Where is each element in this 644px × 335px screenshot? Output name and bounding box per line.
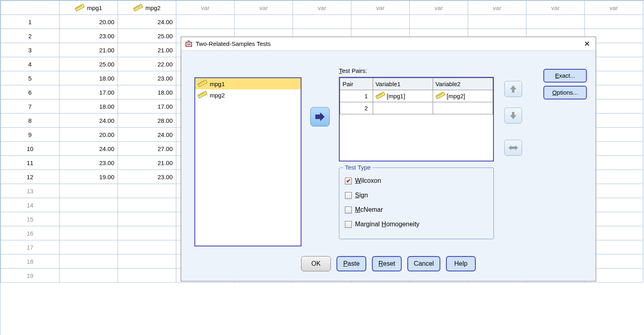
data-cell[interactable] [118,226,176,240]
data-cell[interactable]: 21.00 [118,43,176,57]
dialog-titlebar[interactable]: Two-Related-Samples Tests ✕ [181,37,596,51]
cancel-button[interactable]: Cancel [407,256,440,271]
data-cell[interactable] [118,184,176,198]
column-header-empty[interactable]: var [410,1,468,15]
data-cell[interactable]: 21.00 [118,156,176,170]
data-cell[interactable] [585,15,643,29]
row-header[interactable]: 3 [1,43,60,57]
pair-row[interactable]: 2 [340,102,493,114]
data-cell[interactable] [60,226,118,240]
pair-var2[interactable] [433,102,493,114]
data-cell[interactable] [60,254,118,269]
data-cell[interactable]: 18.00 [118,85,176,99]
row-header[interactable]: 12 [1,170,60,184]
data-cell[interactable]: 20.00 [60,128,118,142]
test-pairs-grid[interactable]: Pair Variable1 Variable2 1[mpg1][mpg2]2 [339,77,494,161]
row-header[interactable]: 9 [1,128,60,142]
checkbox[interactable] [345,192,352,199]
data-cell[interactable] [60,184,118,198]
data-cell[interactable]: 23.00 [60,29,118,43]
column-header-empty[interactable]: var [293,1,351,15]
data-cell[interactable]: 28.00 [118,114,176,128]
data-cell[interactable]: 23.00 [60,156,118,170]
row-header[interactable]: 15 [1,212,60,226]
pairs-col-var1[interactable]: Variable1 [373,78,433,90]
data-cell[interactable]: 21.00 [60,43,118,57]
variable-item[interactable]: mpg2 [195,89,301,101]
data-cell[interactable]: 22.00 [118,57,176,71]
reset-button[interactable]: Reset [372,256,402,271]
data-cell[interactable]: 19.00 [60,170,118,184]
data-cell[interactable] [293,15,351,29]
data-cell[interactable] [60,212,118,226]
row-header[interactable]: 14 [1,198,60,212]
variable-item[interactable]: mpg1 [195,78,301,89]
row-header[interactable]: 6 [1,85,60,99]
data-cell[interactable]: 18.00 [60,71,118,85]
column-header-mpg1[interactable]: mpg1 [60,1,118,15]
paste-button[interactable]: Paste [336,256,366,271]
pair-var1[interactable]: [mpg1] [373,90,433,102]
data-cell[interactable]: 24.00 [60,114,118,128]
data-cell[interactable]: 17.00 [118,99,176,114]
data-cell[interactable] [118,212,176,226]
row-header[interactable]: 17 [1,240,60,254]
data-cell[interactable] [118,254,176,269]
column-header-empty[interactable]: var [176,1,235,15]
row-header[interactable]: 8 [1,114,60,128]
row-header[interactable]: 1 [1,15,60,29]
column-header-mpg2[interactable]: mpg2 [118,1,176,15]
row-header[interactable]: 2 [1,29,60,43]
column-header-empty[interactable]: var [351,1,410,15]
data-cell[interactable] [118,240,176,254]
column-header-empty[interactable]: var [468,1,526,15]
pair-move-up-button[interactable] [504,81,522,97]
source-variable-list[interactable]: mpg1mpg2 [194,77,301,246]
pairs-col-pair[interactable]: Pair [340,78,373,90]
row-header[interactable]: 4 [1,57,60,71]
pair-var2[interactable]: [mpg2] [433,90,493,102]
data-cell[interactable] [235,15,293,29]
pair-move-down-button[interactable] [504,108,522,124]
data-cell[interactable]: 25.00 [60,57,118,71]
data-cell[interactable]: 24.00 [118,128,176,142]
data-cell[interactable]: 25.00 [118,29,176,43]
data-cell[interactable] [351,15,410,29]
data-cell[interactable] [60,269,118,283]
checkbox[interactable] [345,178,352,184]
column-header-empty[interactable]: var [526,1,585,15]
data-cell[interactable] [526,15,585,29]
data-cell[interactable]: 23.00 [118,71,176,85]
row-header[interactable]: 19 [1,269,60,283]
data-cell[interactable]: 27.00 [118,142,176,156]
pair-swap-button[interactable] [504,140,522,156]
options-button[interactable]: Options... [543,86,587,99]
exact-button[interactable]: Exact... [543,69,587,83]
data-cell[interactable]: 24.00 [60,142,118,156]
ok-button[interactable]: OK [301,256,331,271]
data-cell[interactable] [176,15,235,29]
pair-var1[interactable] [373,102,433,114]
row-header[interactable]: 18 [1,254,60,269]
row-header[interactable]: 16 [1,226,60,240]
data-cell[interactable]: 23.00 [118,170,176,184]
test-type-option[interactable]: Wilcoxon [345,174,488,188]
checkbox[interactable] [345,207,352,213]
move-to-pairs-button[interactable] [310,107,330,126]
row-header[interactable]: 10 [1,142,60,156]
column-header-empty[interactable]: var [585,1,643,15]
data-cell[interactable] [60,198,118,212]
row-header[interactable]: 7 [1,99,60,114]
help-button[interactable]: Help [446,256,476,271]
checkbox[interactable] [345,221,352,228]
row-header[interactable]: 11 [1,156,60,170]
data-cell[interactable]: 18.00 [60,99,118,114]
data-cell[interactable] [60,240,118,254]
row-header[interactable]: 13 [1,184,60,198]
pairs-col-var2[interactable]: Variable2 [433,78,493,90]
data-cell[interactable]: 20.00 [60,15,118,29]
data-cell[interactable] [468,15,526,29]
test-type-option[interactable]: McNemar [345,203,488,217]
data-cell[interactable] [118,269,176,283]
column-header-empty[interactable]: var [235,1,293,15]
